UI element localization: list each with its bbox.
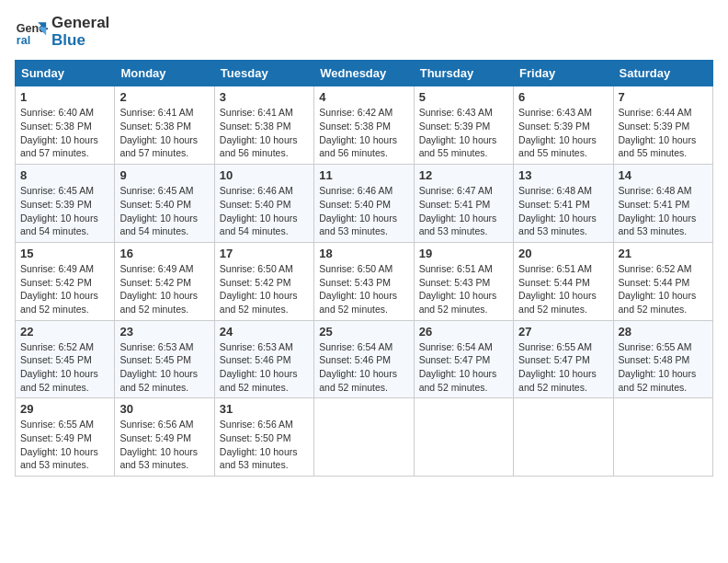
day-info: Sunrise: 6:43 AM Sunset: 5:39 PM Dayligh… [518, 106, 608, 160]
day-number: 17 [220, 247, 309, 260]
day-number: 31 [220, 402, 309, 416]
calendar-cell: 23 Sunrise: 6:53 AM Sunset: 5:45 PM Dayl… [115, 320, 214, 398]
day-number: 30 [119, 402, 209, 416]
day-info: Sunrise: 6:48 AM Sunset: 5:41 PM Dayligh… [518, 184, 608, 238]
day-info: Sunrise: 6:52 AM Sunset: 5:44 PM Dayligh… [619, 262, 708, 316]
day-number: 26 [419, 325, 508, 339]
day-number: 18 [319, 247, 408, 260]
day-number: 8 [20, 168, 109, 182]
calendar-cell [314, 398, 414, 477]
day-number: 29 [20, 402, 109, 416]
logo-line2: Blue [51, 32, 109, 50]
calendar-row: 29 Sunrise: 6:55 AM Sunset: 5:49 PM Dayl… [16, 398, 713, 477]
day-info: Sunrise: 6:51 AM Sunset: 5:43 PM Dayligh… [419, 262, 508, 316]
day-number: 1 [20, 90, 109, 104]
day-info: Sunrise: 6:52 AM Sunset: 5:45 PM Dayligh… [20, 340, 109, 395]
col-tuesday: Tuesday [214, 61, 313, 86]
day-info: Sunrise: 6:54 AM Sunset: 5:46 PM Dayligh… [319, 340, 408, 395]
day-info: Sunrise: 6:44 AM Sunset: 5:39 PM Dayligh… [619, 106, 708, 160]
calendar-table: Sunday Monday Tuesday Wednesday Thursday… [15, 60, 713, 477]
col-monday: Monday [115, 61, 214, 86]
day-number: 23 [119, 325, 209, 339]
day-number: 11 [319, 168, 408, 182]
day-number: 19 [419, 247, 508, 260]
svg-text:ral: ral [17, 33, 30, 46]
calendar-cell: 27 Sunrise: 6:55 AM Sunset: 5:47 PM Dayl… [514, 320, 613, 398]
day-info: Sunrise: 6:49 AM Sunset: 5:42 PM Dayligh… [20, 262, 109, 316]
calendar-cell: 24 Sunrise: 6:53 AM Sunset: 5:46 PM Dayl… [214, 320, 313, 398]
calendar-row: 1 Sunrise: 6:40 AM Sunset: 5:38 PM Dayli… [16, 86, 713, 165]
calendar-cell: 30 Sunrise: 6:56 AM Sunset: 5:49 PM Dayl… [115, 398, 214, 477]
day-number: 16 [119, 247, 209, 260]
day-number: 27 [518, 325, 608, 339]
day-info: Sunrise: 6:55 AM Sunset: 5:47 PM Dayligh… [518, 340, 608, 395]
day-number: 6 [518, 90, 608, 104]
day-info: Sunrise: 6:50 AM Sunset: 5:42 PM Dayligh… [220, 262, 309, 316]
calendar-cell: 2 Sunrise: 6:41 AM Sunset: 5:38 PM Dayli… [115, 86, 214, 165]
day-number: 20 [518, 247, 608, 260]
calendar-cell: 11 Sunrise: 6:46 AM Sunset: 5:40 PM Dayl… [314, 165, 414, 243]
page-header: Gene- ral General Blue [15, 15, 713, 49]
calendar-cell: 28 Sunrise: 6:55 AM Sunset: 5:48 PM Dayl… [613, 320, 712, 398]
calendar-cell: 7 Sunrise: 6:44 AM Sunset: 5:39 PM Dayli… [613, 86, 712, 165]
logo: Gene- ral General Blue [15, 15, 109, 49]
calendar-cell: 14 Sunrise: 6:48 AM Sunset: 5:41 PM Dayl… [613, 165, 712, 243]
day-info: Sunrise: 6:51 AM Sunset: 5:44 PM Dayligh… [518, 262, 608, 316]
day-number: 21 [619, 247, 708, 260]
day-info: Sunrise: 6:55 AM Sunset: 5:49 PM Dayligh… [20, 418, 109, 472]
day-number: 25 [319, 325, 408, 339]
day-number: 24 [220, 325, 309, 339]
calendar-cell: 31 Sunrise: 6:56 AM Sunset: 5:50 PM Dayl… [214, 398, 313, 477]
day-info: Sunrise: 6:47 AM Sunset: 5:41 PM Dayligh… [419, 184, 508, 238]
calendar-cell [613, 398, 712, 477]
col-thursday: Thursday [414, 61, 513, 86]
calendar-cell: 15 Sunrise: 6:49 AM Sunset: 5:42 PM Dayl… [16, 242, 115, 320]
calendar-cell: 20 Sunrise: 6:51 AM Sunset: 5:44 PM Dayl… [514, 242, 613, 320]
calendar-cell: 29 Sunrise: 6:55 AM Sunset: 5:49 PM Dayl… [16, 398, 115, 477]
day-number: 4 [319, 90, 408, 104]
calendar-cell: 8 Sunrise: 6:45 AM Sunset: 5:39 PM Dayli… [16, 165, 115, 243]
day-info: Sunrise: 6:45 AM Sunset: 5:39 PM Dayligh… [20, 184, 109, 238]
day-number: 13 [518, 168, 608, 182]
day-info: Sunrise: 6:50 AM Sunset: 5:43 PM Dayligh… [319, 262, 408, 316]
day-number: 12 [419, 168, 508, 182]
day-info: Sunrise: 6:45 AM Sunset: 5:40 PM Dayligh… [119, 184, 209, 238]
day-number: 15 [20, 247, 109, 260]
calendar-row: 15 Sunrise: 6:49 AM Sunset: 5:42 PM Dayl… [16, 242, 713, 320]
calendar-cell: 3 Sunrise: 6:41 AM Sunset: 5:38 PM Dayli… [214, 86, 313, 165]
day-number: 7 [619, 90, 708, 104]
day-info: Sunrise: 6:48 AM Sunset: 5:41 PM Dayligh… [619, 184, 708, 238]
day-info: Sunrise: 6:56 AM Sunset: 5:50 PM Dayligh… [220, 418, 309, 472]
day-number: 9 [119, 168, 209, 182]
day-number: 10 [220, 168, 309, 182]
calendar-cell [414, 398, 513, 477]
day-info: Sunrise: 6:54 AM Sunset: 5:47 PM Dayligh… [419, 340, 508, 395]
day-number: 5 [419, 90, 508, 104]
calendar-cell: 6 Sunrise: 6:43 AM Sunset: 5:39 PM Dayli… [514, 86, 613, 165]
day-info: Sunrise: 6:55 AM Sunset: 5:48 PM Dayligh… [619, 340, 708, 395]
day-number: 22 [20, 325, 109, 339]
day-info: Sunrise: 6:56 AM Sunset: 5:49 PM Dayligh… [119, 418, 209, 472]
col-friday: Friday [514, 61, 613, 86]
calendar-cell: 1 Sunrise: 6:40 AM Sunset: 5:38 PM Dayli… [16, 86, 115, 165]
calendar-cell: 25 Sunrise: 6:54 AM Sunset: 5:46 PM Dayl… [314, 320, 414, 398]
day-info: Sunrise: 6:53 AM Sunset: 5:46 PM Dayligh… [220, 340, 309, 395]
logo-icon: Gene- ral [15, 16, 48, 49]
day-number: 3 [220, 90, 309, 104]
day-info: Sunrise: 6:41 AM Sunset: 5:38 PM Dayligh… [119, 106, 209, 160]
calendar-row: 22 Sunrise: 6:52 AM Sunset: 5:45 PM Dayl… [16, 320, 713, 398]
calendar-cell: 19 Sunrise: 6:51 AM Sunset: 5:43 PM Dayl… [414, 242, 513, 320]
calendar-row: 8 Sunrise: 6:45 AM Sunset: 5:39 PM Dayli… [16, 165, 713, 243]
calendar-cell: 17 Sunrise: 6:50 AM Sunset: 5:42 PM Dayl… [214, 242, 313, 320]
day-info: Sunrise: 6:41 AM Sunset: 5:38 PM Dayligh… [220, 106, 309, 160]
day-info: Sunrise: 6:42 AM Sunset: 5:38 PM Dayligh… [319, 106, 408, 160]
calendar-header-row: Sunday Monday Tuesday Wednesday Thursday… [16, 61, 713, 86]
calendar-cell: 16 Sunrise: 6:49 AM Sunset: 5:42 PM Dayl… [115, 242, 214, 320]
day-info: Sunrise: 6:43 AM Sunset: 5:39 PM Dayligh… [419, 106, 508, 160]
logo-line1: General [51, 15, 109, 32]
calendar-cell: 5 Sunrise: 6:43 AM Sunset: 5:39 PM Dayli… [414, 86, 513, 165]
day-info: Sunrise: 6:53 AM Sunset: 5:45 PM Dayligh… [119, 340, 209, 395]
calendar-cell: 21 Sunrise: 6:52 AM Sunset: 5:44 PM Dayl… [613, 242, 712, 320]
col-wednesday: Wednesday [314, 61, 414, 86]
col-saturday: Saturday [613, 61, 712, 86]
